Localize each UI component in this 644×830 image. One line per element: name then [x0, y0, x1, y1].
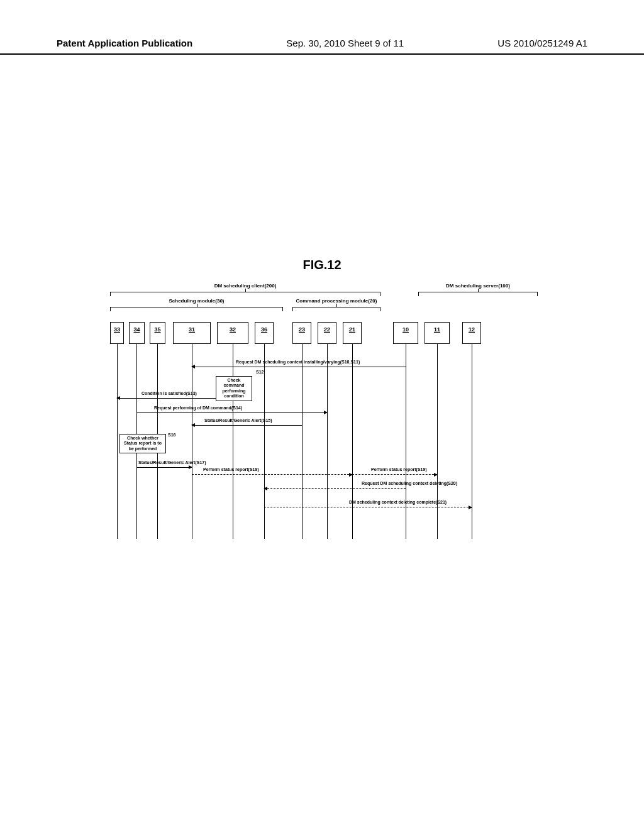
col-23: 23 [292, 322, 311, 344]
lifeline-11 [437, 344, 438, 539]
brace-client-label: DM scheduling client(200) [110, 283, 380, 289]
lifeline-23 [302, 344, 303, 539]
label-s13: Condition is satisfied(S13) [142, 391, 197, 396]
col-32: 32 [217, 322, 248, 344]
col-10: 10 [393, 322, 418, 344]
brace-server-label: DM scheduling server(100) [418, 283, 538, 289]
lifeline-10 [406, 344, 406, 539]
brace-command [292, 307, 380, 312]
arrow-s10-11 [192, 367, 406, 367]
lifeline-31 [192, 344, 192, 539]
label-s19: Perform status report(S19) [371, 467, 427, 472]
label-s15: Status/Result/Generic Alert(S15) [204, 418, 272, 423]
lifeline-32 [233, 344, 233, 539]
label-s20: Request DM scheduling context deleting(S… [362, 481, 457, 485]
col-31: 31 [173, 322, 211, 344]
header-left: Patent Application Publication [57, 38, 192, 48]
arrow-s13 [117, 398, 216, 399]
label-s17: Status/Result/Generic Alert(S17) [138, 460, 206, 465]
col-33: 33 [110, 322, 124, 344]
label-s12: S12 [256, 370, 264, 374]
box-s16: Check whether Status report is to be per… [119, 434, 166, 453]
brace-server [418, 292, 538, 297]
brace-client [110, 292, 380, 297]
box-s12: Check command performing condition [216, 376, 252, 401]
col-35: 35 [150, 322, 165, 344]
brace-scheduling [110, 307, 283, 312]
label-s18: Perform status report(S18) [203, 467, 259, 472]
label-s21: DM scheduling context deleting complete(… [349, 500, 447, 504]
page-header: Patent Application Publication Sep. 30, … [0, 38, 644, 55]
header-right: US 2010/0251249 A1 [497, 38, 587, 48]
arrow-s14 [136, 412, 327, 413]
arrow-s18 [192, 474, 352, 475]
figure-title: FIG.12 [0, 258, 644, 272]
label-s16: S16 [168, 433, 175, 437]
lifeline-22 [327, 344, 328, 539]
col-36: 36 [255, 322, 274, 344]
col-11: 11 [425, 322, 450, 344]
arrow-s17 [136, 467, 192, 468]
arrow-s19 [352, 474, 437, 475]
brace-scheduling-label: Scheduling module(30) [110, 298, 283, 304]
arrow-s15 [192, 425, 302, 426]
col-21: 21 [343, 322, 362, 344]
lifeline-12 [472, 344, 472, 539]
arrow-s20 [264, 488, 406, 489]
col-12: 12 [462, 322, 481, 344]
lifeline-36 [264, 344, 265, 539]
label-s10-11: Request DM scheduling context installing… [236, 360, 360, 364]
header-center: Sep. 30, 2010 Sheet 9 of 11 [286, 38, 404, 48]
label-s14: Request performing of DM command(S14) [154, 406, 242, 410]
sequence-diagram: DM scheduling client(200) DM scheduling … [110, 283, 544, 597]
arrow-s21 [264, 507, 472, 507]
col-34: 34 [129, 322, 145, 344]
col-22: 22 [318, 322, 336, 344]
lifeline-21 [352, 344, 353, 539]
lifeline-33 [117, 344, 118, 539]
brace-command-label: Command processing module(20) [292, 298, 380, 304]
